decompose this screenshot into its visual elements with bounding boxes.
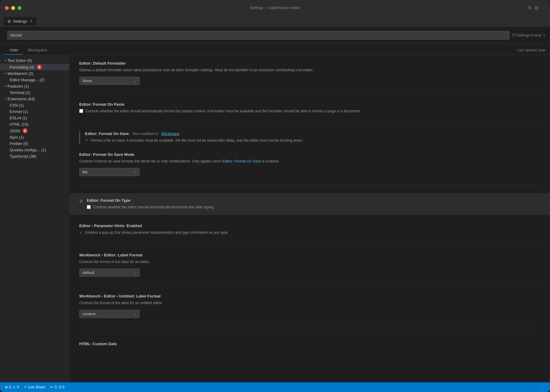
select-wrapper: None: [79, 77, 140, 85]
tree-item-quokka[interactable]: Quokka configu... (1): [0, 147, 70, 153]
tree-badge-formatting: 3: [37, 65, 42, 69]
setting-description: Controls the format of the label for an …: [79, 259, 540, 265]
statusbar-branch[interactable]: ✏ C::S 0: [50, 385, 64, 389]
settings-layout: ▾ Text Editor (6) Formatting (4) 3 ▾ Wor…: [0, 55, 550, 382]
tree-item-formatting[interactable]: Formatting (4) 3: [0, 64, 70, 70]
untitled-label-format-select[interactable]: content name: [79, 310, 140, 318]
select-wrapper: content name: [79, 310, 140, 318]
setting-title: Editor: Default Formatter: [79, 61, 540, 66]
tree-label: JSON: [10, 129, 20, 133]
tree-item-features[interactable]: ▾ Features (1): [0, 83, 70, 89]
chevron-down-icon: ▾: [5, 59, 6, 62]
setting-title: Editor: Format On Type: [87, 198, 215, 203]
format-on-paste-checkbox[interactable]: [79, 109, 83, 113]
setting-title: Workbench › Editor › Untitled: Label For…: [79, 294, 540, 298]
gear-icon[interactable]: ⚙: [79, 199, 83, 204]
chevron-down-icon: ▾: [5, 97, 6, 101]
checkbox-label: Enables a pop-up that shows parameter do…: [85, 230, 229, 236]
tree-item-prettier[interactable]: Prettier (5): [0, 140, 70, 147]
remote-icon: 👤: [541, 385, 545, 389]
tree-label: Features (1): [8, 84, 29, 88]
tree-item-eslint[interactable]: ESLint (1): [0, 115, 70, 121]
setting-format-on-save-mode: Editor: Format On Save Mode Controls if …: [79, 152, 540, 185]
tree-item-css[interactable]: CSS (1): [0, 102, 70, 108]
settings-tree: ▾ Text Editor (6) Formatting (4) 3 ▾ Wor…: [0, 55, 70, 382]
main-layout: 1 73 Settings Found ≡ User Workspace Las…: [0, 27, 550, 382]
format-on-save-link[interactable]: Editor: Format On Save: [223, 159, 261, 163]
tab-user[interactable]: User: [5, 46, 23, 55]
tree-label: Text Editor (6): [8, 58, 32, 63]
setting-title: Editor: Format On Save Mode: [79, 152, 540, 157]
tab-workspace[interactable]: Workspace: [23, 46, 52, 55]
tree-label: Emmet (1): [10, 109, 28, 114]
select-wrapper: default short medium long: [79, 268, 140, 277]
checkmark-row: ✓ Format a file on save. A formatter mus…: [85, 138, 540, 143]
tree-item-terminal[interactable]: Terminal (1): [0, 89, 70, 96]
modified-in-label: Also modified in:: [132, 132, 159, 136]
tree-label: Prettier (5): [10, 141, 28, 146]
tree-item-emmet[interactable]: Emmet (1): [0, 108, 70, 115]
tree-label: Editor Manage... (2): [10, 78, 44, 82]
error-icon: ⊗: [5, 385, 8, 389]
tree-item-text-editor[interactable]: ▾ Text Editor (6): [0, 57, 70, 64]
window-title: Settings — stablehouse-mobile: [250, 6, 300, 10]
split-editor-icon[interactable]: ⧉: [528, 5, 531, 10]
tree-badge-json: 2: [23, 128, 28, 133]
format-on-save-mode-select[interactable]: file modifications modificationsIfAvaila…: [79, 168, 140, 176]
branch-label: C::S 0: [54, 385, 64, 389]
checkbox-row: Controls whether the editor should autom…: [87, 204, 215, 210]
setting-description: Controls if format on save formats the w…: [79, 159, 540, 164]
setting-default-formatter: Editor: Default Formatter Defines a defa…: [79, 61, 540, 94]
settings-tab[interactable]: ⚙ Settings ✕: [4, 17, 37, 26]
tree-item-workbench[interactable]: ▾ Workbench (2): [0, 70, 70, 77]
filter-icon[interactable]: ≡: [543, 33, 545, 37]
tree-item-editor-manage[interactable]: Editor Manage... (2): [0, 77, 70, 83]
format-on-type-checkbox[interactable]: [87, 205, 91, 209]
tree-label: ESLint (1): [10, 116, 27, 120]
close-button[interactable]: [5, 6, 9, 10]
checkbox-label: Format a file on save. A formatter must …: [91, 138, 303, 143]
setting-description: Defines a default formatter which takes …: [79, 67, 540, 73]
settings-count: 73 Settings Found: [512, 33, 541, 37]
setting-title: Editor: Format On Paste: [79, 102, 540, 107]
statusbar-remote[interactable]: 👤: [541, 385, 545, 389]
setting-format-on-type: ⚙ Editor: Format On Type Controls whethe…: [70, 193, 550, 215]
workspace-link[interactable]: Workspace: [161, 132, 179, 136]
tree-label: Formatting (4): [10, 65, 34, 69]
checkmark-icon: ✓: [85, 138, 88, 143]
tree-item-typescript[interactable]: TypeScript (38): [0, 153, 70, 159]
fullscreen-button[interactable]: [18, 6, 21, 10]
live-share-label: Live Share: [28, 385, 45, 389]
statusbar-errors[interactable]: ⊗ 0 ⚠ 0: [5, 385, 19, 389]
statusbar-live-share[interactable]: ↗ Live Share: [24, 385, 45, 389]
setting-title: Workbench › Editor: Label Format: [79, 253, 540, 257]
setting-content: Editor: Format On Type Controls whether …: [87, 198, 215, 210]
setting-parameter-hints: Editor › Parameter Hints: Enabled ✓ Enab…: [79, 223, 540, 244]
setting-title: Editor › Parameter Hints: Enabled: [79, 223, 540, 228]
settings-tab-icon: ⚙: [7, 19, 11, 24]
tree-item-extensions[interactable]: ▾ Extensions (64): [0, 96, 70, 102]
label-format-select[interactable]: default short medium long: [79, 268, 140, 277]
setting-html-custom-date: HTML: Custom Date: [79, 335, 540, 346]
tree-label: Terminal (1): [10, 90, 31, 95]
setting-description: Controls the format of the label for an …: [79, 300, 540, 306]
tree-label: Extensions (64): [8, 97, 35, 101]
minimize-button[interactable]: [11, 6, 15, 10]
checkmark-row: ✓ Enables a pop-up that shows parameter …: [79, 230, 540, 236]
default-formatter-select[interactable]: None: [79, 77, 140, 85]
more-actions-icon[interactable]: ···: [542, 5, 545, 10]
settings-found: 73 Settings Found ≡: [512, 33, 545, 37]
layout-icon[interactable]: ▥: [535, 5, 538, 10]
statusbar: ⊗ 0 ⚠ 0 ↗ Live Share ✏ C::S 0 👤: [0, 382, 550, 392]
traffic-lights: [5, 6, 21, 10]
setting-label-format: Workbench › Editor: Label Format Control…: [79, 253, 540, 285]
setting-untitled-label-format: Workbench › Editor › Untitled: Label For…: [79, 294, 540, 326]
tree-item-html[interactable]: HTML (15): [0, 121, 70, 127]
setting-gear-row: ⚙ Editor: Format On Type Controls whethe…: [79, 198, 540, 210]
search-input[interactable]: [7, 31, 509, 40]
tab-close-button[interactable]: ✕: [29, 19, 33, 24]
tree-label: HTML (15): [10, 122, 28, 127]
tree-item-npm[interactable]: Npm (1): [0, 134, 70, 140]
live-share-icon: ↗: [24, 385, 27, 389]
tree-item-json[interactable]: JSON 2: [0, 127, 70, 134]
